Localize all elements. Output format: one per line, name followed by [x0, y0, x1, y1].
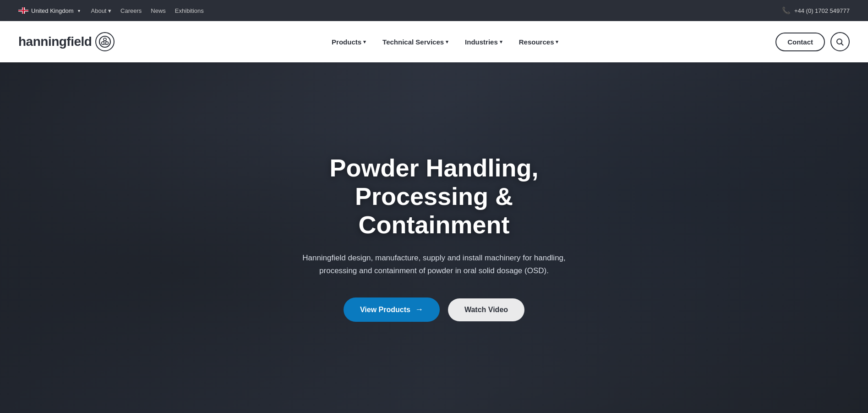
- region-selector[interactable]: United Kingdom ▾: [18, 7, 80, 14]
- nav-products[interactable]: Products ▾: [325, 34, 372, 50]
- hero-subtitle: Hanningfield design, manufacture, supply…: [301, 252, 567, 277]
- exhibitions-link[interactable]: Exhibitions: [175, 7, 204, 14]
- svg-point-3: [106, 42, 109, 44]
- tech-services-chevron: ▾: [446, 39, 448, 45]
- svg-line-5: [105, 41, 107, 42]
- nav-industries[interactable]: Industries ▾: [459, 34, 509, 50]
- phone-number: +44 (0) 1702 549777: [794, 7, 850, 14]
- hero-title: Powder Handling, Processing & Containmen…: [283, 154, 585, 239]
- phone-icon: 📞: [782, 6, 791, 15]
- industries-chevron: ▾: [500, 39, 502, 45]
- search-button[interactable]: [830, 32, 850, 51]
- careers-link[interactable]: Careers: [120, 7, 142, 14]
- svg-point-1: [104, 38, 106, 41]
- region-chevron: ▾: [78, 8, 80, 13]
- contact-button[interactable]: Contact: [775, 33, 825, 51]
- nav-resources[interactable]: Resources ▾: [513, 34, 565, 50]
- logo-icon: [95, 32, 115, 51]
- logo[interactable]: hanningfield: [18, 32, 115, 51]
- hero-buttons: View Products → Watch Video: [283, 297, 585, 322]
- flag-icon: [18, 7, 28, 14]
- top-bar-left: United Kingdom ▾ About ▾ Careers News Ex…: [18, 7, 204, 14]
- view-products-button[interactable]: View Products →: [344, 297, 440, 322]
- products-chevron: ▾: [363, 39, 366, 45]
- hero-content: Powder Handling, Processing & Containmen…: [274, 154, 595, 322]
- main-nav: hanningfield Products ▾ Technical Servic…: [0, 21, 868, 62]
- news-link[interactable]: News: [151, 7, 166, 14]
- nav-links: Products ▾ Technical Services ▾ Industri…: [325, 34, 565, 50]
- svg-line-8: [841, 43, 843, 45]
- search-icon: [836, 38, 844, 46]
- hero-section: Powder Handling, Processing & Containmen…: [0, 62, 868, 413]
- resources-chevron: ▾: [556, 39, 558, 45]
- top-bar-right: 📞 +44 (0) 1702 549777: [782, 6, 850, 15]
- about-link[interactable]: About ▾: [91, 7, 112, 14]
- top-bar: United Kingdom ▾ About ▾ Careers News Ex…: [0, 0, 868, 21]
- top-bar-nav: About ▾ Careers News Exhibitions: [91, 7, 204, 14]
- region-label: United Kingdom: [31, 7, 74, 14]
- watch-video-button[interactable]: Watch Video: [448, 298, 524, 321]
- nav-actions: Contact: [775, 32, 850, 51]
- logo-text: hanningfield: [18, 34, 92, 49]
- about-chevron: ▾: [108, 7, 111, 14]
- nav-technical-services[interactable]: Technical Services ▾: [376, 34, 455, 50]
- arrow-icon: →: [415, 305, 423, 314]
- svg-line-4: [103, 41, 105, 42]
- svg-point-2: [102, 42, 104, 44]
